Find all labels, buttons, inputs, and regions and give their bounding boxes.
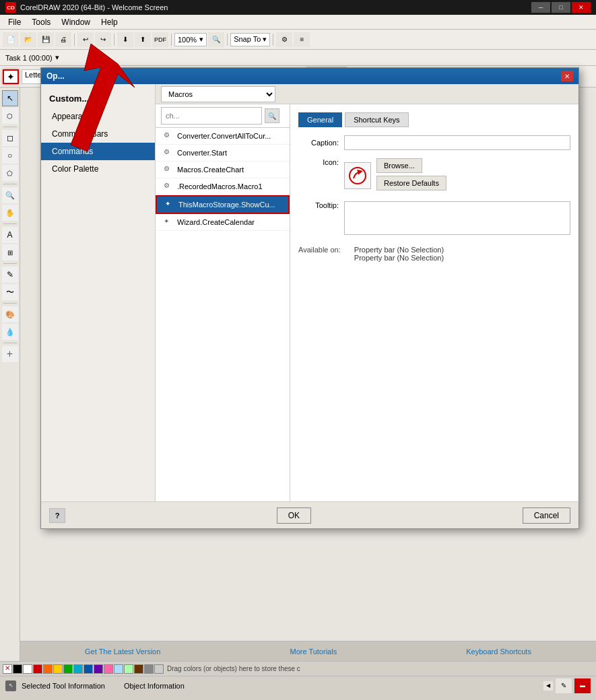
more-button[interactable]: ≡ — [294, 32, 310, 47]
color-swatch-orange[interactable] — [43, 664, 53, 674]
nav-item-commands[interactable]: Commands — [41, 143, 155, 160]
cmd-item-5[interactable]: ✦ ThisMacroStorage.ShowCu... — [156, 195, 290, 214]
table-tool[interactable]: ⊞ — [2, 244, 18, 260]
zoom-tool[interactable]: 🔍 — [2, 187, 18, 203]
color-swatch-lightgreen[interactable] — [124, 664, 133, 674]
ellipse-tool[interactable]: ○ — [2, 147, 18, 164]
menu-help[interactable]: Help — [96, 15, 123, 29]
polygon-tool[interactable]: ⬠ — [2, 165, 18, 181]
window-controls[interactable]: ─ □ ✕ — [531, 2, 591, 13]
save-button[interactable]: 💾 — [38, 32, 54, 47]
color-swatch-red[interactable] — [33, 664, 42, 674]
cmd-item-6[interactable]: ✦ Wizard.CreateCalendar — [156, 214, 290, 231]
node-tool[interactable]: ⬡ — [2, 108, 18, 124]
settings-button[interactable]: ⚙ — [276, 32, 292, 47]
freehand-tool[interactable]: 〜 — [2, 284, 18, 300]
cmd-item-2[interactable]: ⚙ Converter.Start — [156, 145, 290, 162]
search-button[interactable]: 🔍 — [265, 108, 279, 123]
color-swatch-none[interactable]: ✕ — [3, 664, 12, 674]
text-tool[interactable]: A — [2, 227, 18, 243]
help-button[interactable]: ? — [49, 508, 65, 523]
dialog-close-button[interactable]: ✕ — [561, 71, 573, 81]
snap-to-dropdown[interactable]: Snap To ▾ — [230, 33, 270, 46]
commands-category-dropdown[interactable]: Macros — [161, 86, 275, 102]
bottom-pen-tool[interactable]: ✎ — [556, 678, 572, 693]
svg-point-0 — [350, 168, 366, 184]
window-close-button[interactable]: ✕ — [572, 2, 591, 13]
color-swatch-white[interactable] — [23, 664, 32, 674]
maximize-button[interactable]: □ — [552, 2, 570, 13]
tab-shortcut-keys[interactable]: Shortcut Keys — [345, 112, 408, 127]
nav-item-appearance[interactable]: Appearance — [41, 108, 155, 125]
restore-defaults-button[interactable]: Restore Defaults — [376, 176, 446, 190]
command-search-input[interactable] — [161, 107, 262, 125]
tool-separator-1 — [3, 127, 17, 127]
dialog-content: Macros 🔍 ⚙ Converter.ConvertAllToCur... — [156, 84, 578, 501]
minimize-button[interactable]: ─ — [531, 2, 550, 13]
separator-4 — [227, 34, 228, 46]
nav-item-color-palette[interactable]: Color Palette — [41, 160, 155, 178]
color-swatch-black[interactable] — [13, 664, 22, 674]
bottom-toolbar: ◀ ✎ ▬ — [543, 678, 591, 693]
cancel-button[interactable]: Cancel — [523, 508, 570, 524]
available-on-label: Available on: — [298, 246, 341, 259]
separator-2 — [114, 34, 114, 46]
zoom-dropdown[interactable]: 100% ▾ — [174, 33, 207, 46]
options-dialog: Op... ✕ Custom... Appearance Command Bar… — [40, 67, 579, 529]
fill-tool[interactable]: 🎨 — [2, 306, 18, 322]
open-button[interactable]: 📂 — [20, 32, 36, 47]
color-swatch-blue[interactable] — [84, 664, 93, 674]
color-swatch-lightgray[interactable] — [154, 664, 164, 674]
cmd-item-1[interactable]: ⚙ Converter.ConvertAllToCur... — [156, 128, 290, 145]
tool-separator-6 — [3, 343, 17, 343]
color-eyedropper[interactable]: 💧 — [2, 324, 18, 340]
menu-window[interactable]: Window — [56, 15, 96, 29]
get-latest-version-link[interactable]: Get The Latest Version — [85, 648, 160, 656]
select-tool[interactable]: ↖ — [2, 90, 18, 106]
menu-tools[interactable]: Tools — [26, 15, 56, 29]
tab-general[interactable]: General — [298, 112, 342, 127]
color-swatch-pink[interactable] — [104, 664, 113, 674]
nav-item-command-bars[interactable]: Command Bars — [41, 125, 155, 143]
color-swatch-purple[interactable] — [94, 664, 103, 674]
new-button[interactable]: 📄 — [3, 32, 19, 47]
tooltip-input[interactable] — [344, 201, 570, 235]
color-swatch-lightblue[interactable] — [114, 664, 123, 674]
pan-tool[interactable]: ✋ — [2, 205, 18, 221]
color-palette-bar: ✕ Drag colors (or objects) here to store… — [0, 661, 596, 676]
available-on-values: Property bar (No Selection) Property bar… — [346, 246, 444, 262]
pen-tool[interactable]: ✎ — [2, 267, 18, 283]
color-swatch-cyan[interactable] — [73, 664, 83, 674]
more-tutorials-link[interactable]: More Tutorials — [290, 648, 337, 656]
export-button[interactable]: ⬆ — [135, 32, 151, 47]
rectangle-tool[interactable]: ◻ — [2, 130, 18, 146]
cmd-item-4[interactable]: ⚙ .RecordedMacros.Macro1 — [156, 178, 290, 195]
cmd-label-1: Converter.ConvertAllToCur... — [177, 132, 271, 140]
ok-button[interactable]: OK — [277, 508, 311, 524]
toolbox: ↖ ⬡ ◻ ○ ⬠ 🔍 ✋ A ⊞ ✎ 〜 🎨 💧 + — [0, 88, 20, 661]
add-tool-button[interactable]: + — [2, 346, 18, 362]
browse-button[interactable]: Browse... — [376, 158, 422, 173]
undo-button[interactable]: ↩ — [77, 32, 94, 47]
keyboard-shortcuts-link[interactable]: Keyboard Shortcuts — [466, 648, 531, 656]
zoom-out-button[interactable]: 🔍 — [208, 32, 224, 47]
color-swatch-brown[interactable] — [134, 664, 143, 674]
bottom-nav-prev[interactable]: ◀ — [543, 681, 553, 691]
task-item[interactable]: Task 1 (00:00) ▾ — [5, 53, 59, 62]
dialog-sidebar: Custom... Appearance Command Bars Comman… — [41, 84, 156, 501]
cmd-icon-1: ⚙ — [164, 131, 173, 141]
import-button[interactable]: ⬇ — [117, 32, 133, 47]
print-button[interactable]: 🖨 — [55, 32, 71, 47]
separator-3 — [171, 34, 172, 46]
menu-file[interactable]: File — [3, 15, 26, 29]
cmd-label-5: ThisMacroStorage.ShowCu... — [178, 201, 275, 209]
bottom-rect-tool[interactable]: ▬ — [574, 678, 591, 693]
color-swatch-gray[interactable] — [144, 664, 154, 674]
caption-input[interactable] — [344, 135, 570, 150]
redo-button[interactable]: ↪ — [95, 32, 111, 47]
highlighted-toolbar-button[interactable]: ✦ — [3, 69, 19, 84]
color-swatch-green[interactable] — [63, 664, 73, 674]
pdf-button[interactable]: PDF — [152, 32, 168, 47]
cmd-item-3[interactable]: ⚙ Macros.CreateChart — [156, 162, 290, 178]
color-swatch-yellow[interactable] — [53, 664, 63, 674]
